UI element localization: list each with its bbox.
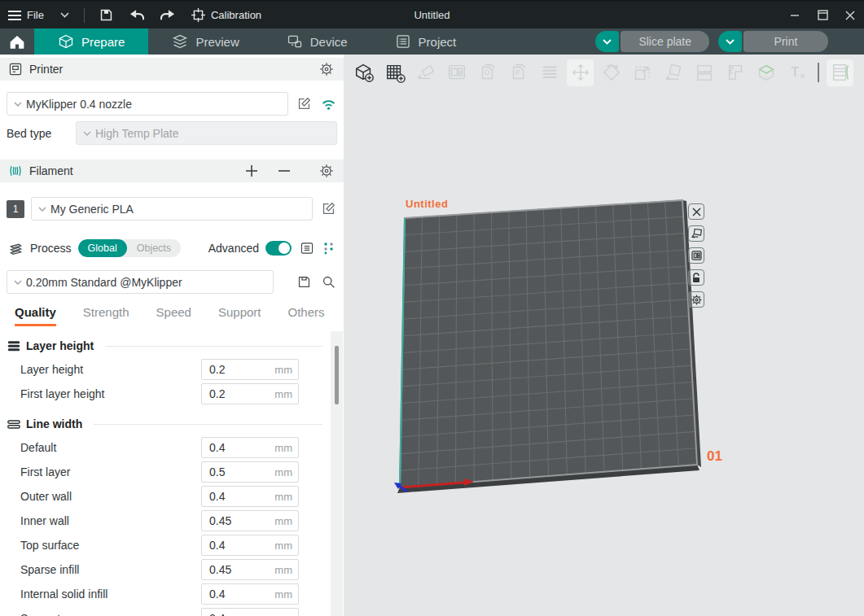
advanced-toggle[interactable] (265, 241, 292, 256)
chevron-down-icon (83, 131, 91, 136)
viewport-toolbar: O P (344, 55, 864, 90)
setting-label: Outer wall (20, 490, 201, 503)
edit-printer-icon[interactable] (295, 95, 313, 113)
layer-height-icon (7, 340, 21, 352)
printer-icon (8, 62, 23, 76)
setting-row-top-surface: Top surface mm (0, 535, 344, 556)
tab-speed[interactable]: Speed (156, 305, 191, 326)
minimize-button[interactable] (781, 2, 809, 28)
scope-global-button[interactable]: Global (78, 239, 127, 257)
process-preset-select[interactable]: 0.20mm Standard @MyKlipper (7, 270, 274, 294)
redo-button[interactable] (152, 2, 183, 28)
default-line-width-input[interactable] (202, 441, 259, 454)
printer-settings-button[interactable] (318, 60, 336, 78)
tab-quality[interactable]: Quality (15, 305, 56, 326)
build-plate[interactable] (400, 200, 697, 487)
unit-label: mm (274, 491, 298, 503)
filament-preset-select[interactable]: My Generic PLA (31, 197, 313, 221)
maximize-button[interactable] (809, 2, 836, 28)
filament-section-header: Filament (0, 159, 344, 182)
calibration-button[interactable]: Calibration (183, 2, 270, 28)
layer-height-input[interactable] (202, 363, 259, 376)
first-layer-line-width-input[interactable] (202, 465, 259, 478)
unit-label: mm (274, 466, 298, 478)
undo-button[interactable] (121, 2, 152, 28)
setting-row-internal-solid-infill: Internal solid infill mm (0, 583, 344, 605)
hamburger-icon (8, 10, 21, 21)
printer-preset-select[interactable]: MyKlipper 0.4 nozzle (7, 92, 288, 116)
inner-wall-line-width-input[interactable] (202, 514, 259, 527)
remove-filament-button[interactable] (275, 162, 293, 180)
scrollbar-thumb[interactable] (335, 346, 339, 404)
print-options-button[interactable] (718, 31, 742, 52)
bed-type-select[interactable]: High Temp Plate (76, 121, 337, 145)
slice-options-button[interactable] (595, 31, 619, 52)
support-line-width-input[interactable] (202, 612, 259, 616)
build-plate-canvas[interactable] (344, 55, 864, 616)
compare-presets-icon[interactable] (322, 239, 336, 257)
setting-row-first-layer: First layer mm (0, 461, 344, 483)
chevron-down-icon (38, 207, 46, 212)
tab-device[interactable]: Device (263, 28, 371, 55)
close-button[interactable] (836, 2, 864, 28)
tab-strength[interactable]: Strength (83, 305, 129, 326)
support-painting-button (721, 59, 748, 86)
plate-name-label[interactable]: Untitled (406, 198, 448, 210)
save-button[interactable] (91, 2, 121, 28)
tab-preview[interactable]: Preview (148, 28, 262, 55)
orient-plate-icon[interactable] (688, 225, 704, 242)
tab-support[interactable]: Support (218, 305, 261, 326)
first-layer-height-input[interactable] (202, 387, 259, 400)
paste-button: P (505, 59, 532, 86)
toolbar-divider (818, 63, 819, 82)
plate-number-label: 01 (707, 448, 722, 465)
bed-type-label: Bed type (7, 127, 76, 140)
layer-height-section-header: Layer height (0, 336, 344, 356)
tab-prepare[interactable]: Prepare (34, 28, 148, 55)
add-plate-button[interactable] (381, 59, 408, 86)
tab-others[interactable]: Others (288, 305, 325, 326)
file-menu[interactable]: File (0, 2, 52, 28)
rotate-button (598, 59, 625, 86)
variable-layer-height-button (827, 59, 853, 86)
top-surface-line-width-input[interactable] (202, 539, 259, 552)
plate-settings-icon[interactable] (688, 247, 704, 264)
printer-section-title: Printer (29, 63, 63, 76)
device-icon (287, 33, 303, 50)
lock-plate-icon[interactable] (688, 269, 704, 286)
wifi-icon[interactable] (319, 95, 337, 113)
plate-gear-icon[interactable] (688, 291, 704, 308)
edit-filament-icon[interactable] (319, 200, 337, 218)
internal-solid-infill-line-width-input[interactable] (202, 588, 259, 601)
slice-plate-button[interactable]: Slice plate (621, 31, 709, 52)
scale-button (629, 59, 656, 86)
section-rule (105, 346, 322, 347)
search-settings-icon[interactable] (319, 273, 337, 291)
filament-section-title: Filament (29, 164, 73, 177)
file-menu-dropdown[interactable] (52, 2, 77, 28)
unit-label: mm (274, 613, 298, 616)
delete-plate-icon[interactable] (688, 203, 704, 220)
tab-project[interactable]: Project (371, 28, 480, 55)
home-button[interactable] (0, 28, 34, 55)
add-object-button[interactable] (350, 59, 377, 86)
print-button[interactable]: Print (743, 31, 828, 52)
filament-preset-value: My Generic PLA (50, 203, 134, 216)
setting-label: First layer (20, 465, 201, 478)
save-preset-icon[interactable] (295, 273, 313, 291)
filament-settings-button[interactable] (318, 162, 336, 180)
scope-objects-button[interactable]: Objects (127, 239, 181, 257)
window-controls (781, 2, 864, 28)
sparse-infill-line-width-input[interactable] (202, 563, 259, 576)
settings-scrollbar[interactable] (331, 331, 343, 616)
tab-device-label: Device (310, 35, 348, 49)
outer-wall-line-width-input[interactable] (202, 490, 259, 503)
view-all-settings-icon[interactable] (298, 239, 316, 257)
process-scope-toggle: Global Objects (78, 239, 182, 257)
viewport-3d[interactable]: Untitled 01 O P (344, 55, 864, 616)
filament-slot-badge[interactable]: 1 (7, 200, 24, 218)
print-split-button: Print (718, 31, 828, 52)
setting-row-sparse-infill: Sparse infill mm (0, 559, 344, 580)
add-filament-button[interactable] (243, 162, 261, 180)
plate-controls (688, 203, 704, 308)
